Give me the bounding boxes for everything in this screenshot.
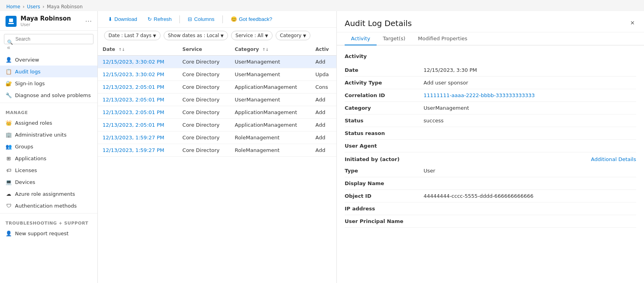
cell-category: UserManagement <box>230 94 311 106</box>
cell-service: Core Directory <box>178 56 230 68</box>
table-row[interactable]: 12/13/2023, 1:59:27 PM Core Directory Ro… <box>98 131 336 144</box>
sidebar-item-assigned-roles[interactable]: 👑 Assigned roles <box>0 117 97 129</box>
detail-value-object-id: 44444444-cccc-5555-dddd-666666666666 <box>424 193 636 199</box>
svg-rect-1 <box>8 23 14 24</box>
detail-row-activity-type: Activity Type Add user sponsor <box>345 77 636 89</box>
detail-row-status-reason: Status reason <box>345 127 636 140</box>
breadcrumb-home[interactable]: Home <box>6 4 20 9</box>
collapse-sidebar-button[interactable]: « <box>4 44 13 51</box>
auth-icon: 🛡 <box>6 202 12 209</box>
sidebar-item-devices[interactable]: 💻 Devices <box>0 176 97 188</box>
detail-row-type: Type User <box>345 165 636 177</box>
breadcrumb-users[interactable]: Users <box>27 4 40 9</box>
filters-bar: Date : Last 7 days ▼ Show dates as : Loc… <box>98 28 336 43</box>
table-row[interactable]: 12/13/2023, 2:05:01 PM Core Directory Ap… <box>98 81 336 94</box>
detail-value-correlation-id[interactable]: 11111111-aaaa-2222-bbbb-333333333333 <box>424 92 636 98</box>
cell-category: UserManagement <box>230 68 311 81</box>
cell-service: Core Directory <box>178 94 230 106</box>
table-row[interactable]: 12/13/2023, 2:05:01 PM Core Directory Ap… <box>98 119 336 131</box>
cell-date: 12/15/2023, 3:30:02 PM <box>98 56 178 68</box>
detail-value-type: User <box>424 168 636 174</box>
col-category[interactable]: Category ↑↓ <box>230 43 311 56</box>
sidebar-item-applications[interactable]: ⊞ Applications <box>0 152 97 164</box>
cell-date: 12/13/2023, 2:05:01 PM <box>98 106 178 119</box>
sidebar-item-auth-methods[interactable]: 🛡 Authentication methods <box>0 200 97 212</box>
tab-targets[interactable]: Target(s) <box>377 32 412 45</box>
cell-date: 12/13/2023, 1:59:27 PM <box>98 144 178 157</box>
azure-icon: ☁ <box>6 191 12 197</box>
cell-date: 12/13/2023, 2:05:01 PM <box>98 94 178 106</box>
group-icon: 👥 <box>6 143 12 150</box>
audit-log-table: Date ↑↓ Service Category ↑↓ Activ 12/15/… <box>98 43 336 283</box>
detail-row-correlation-id: Correlation ID 11111111-aaaa-2222-bbbb-3… <box>345 89 636 102</box>
refresh-button[interactable]: ↻ Refresh <box>144 14 176 24</box>
refresh-icon: ↻ <box>147 16 152 22</box>
detail-value-status: success <box>424 118 636 124</box>
tab-modified-properties[interactable]: Modified Properties <box>412 32 474 45</box>
cell-service: Core Directory <box>178 68 230 81</box>
sidebar: Maya Robinson User ··· 🔍 « 👤 Overview 📋 … <box>0 11 98 283</box>
nav-diagnose[interactable]: 🔧 Diagnose and solve problems <box>0 89 97 101</box>
tab-activity[interactable]: Activity <box>345 32 377 45</box>
initiated-by-label: Initiated by (actor) <box>345 156 399 162</box>
sidebar-item-licenses[interactable]: 🏷 Licenses <box>0 164 97 176</box>
nav-overview[interactable]: 👤 Overview <box>0 54 97 66</box>
show-dates-filter-chip[interactable]: Show dates as : Local ▼ <box>164 31 228 40</box>
download-icon: ⬇ <box>108 16 112 22</box>
more-options-button[interactable]: ··· <box>85 17 92 25</box>
cell-category: UserManagement <box>230 56 311 68</box>
detail-value-category: UserManagement <box>424 105 636 111</box>
cell-date: 12/13/2023, 2:05:01 PM <box>98 119 178 131</box>
sidebar-item-groups[interactable]: 👥 Groups <box>0 141 97 152</box>
cell-service: Core Directory <box>178 106 230 119</box>
cell-category: ApplicationManagement <box>230 106 311 119</box>
sidebar-item-admin-units[interactable]: 🏢 Administrative units <box>0 129 97 141</box>
service-filter-chip[interactable]: Service : All ▼ <box>231 31 273 40</box>
chip-chevron-icon: ▼ <box>153 34 156 38</box>
toolbar-separator-2 <box>222 15 223 23</box>
sidebar-item-new-support[interactable]: 👤 New support request <box>0 227 97 239</box>
table-row[interactable]: 12/13/2023, 2:05:01 PM Core Directory Us… <box>98 94 336 106</box>
cell-activity: Add <box>311 144 336 157</box>
feedback-button[interactable]: 😊 Got feedback? <box>227 14 276 24</box>
cell-activity: Add <box>311 131 336 144</box>
table-row[interactable]: 12/15/2023, 3:30:02 PM Core Directory Us… <box>98 68 336 81</box>
col-date[interactable]: Date ↑↓ <box>98 43 178 56</box>
cell-category: ApplicationManagement <box>230 119 311 131</box>
nav-sign-in-logs[interactable]: 🔐 Sign-in logs <box>0 77 97 89</box>
cell-activity: Add <box>311 119 336 131</box>
cell-service: Core Directory <box>178 144 230 157</box>
detail-panel: Audit Log Details × Activity Target(s) M… <box>336 11 644 283</box>
toolbar-separator <box>179 15 180 23</box>
additional-details-link[interactable]: Additional Details <box>591 156 636 162</box>
sidebar-header: Maya Robinson User ··· <box>0 11 97 31</box>
detail-value-date: 12/15/2023, 3:30 PM <box>424 67 636 73</box>
columns-button[interactable]: ⊟ Columns <box>184 14 218 24</box>
detail-row-object-id: Object ID 44444444-cccc-5555-dddd-666666… <box>345 190 636 202</box>
user-page-icon <box>6 16 17 27</box>
detail-row-status: Status success <box>345 114 636 127</box>
nav-audit-logs[interactable]: 📋 Audit logs <box>0 66 97 77</box>
search-input[interactable] <box>4 34 93 44</box>
col-activity[interactable]: Activ <box>311 43 336 56</box>
download-button[interactable]: ⬇ Download <box>104 14 141 24</box>
table-row[interactable]: 12/13/2023, 1:59:27 PM Core Directory Ro… <box>98 144 336 157</box>
support-section-label: Troubleshooting + Support <box>0 217 97 227</box>
close-detail-button[interactable]: × <box>629 17 636 29</box>
detail-tabs: Activity Target(s) Modified Properties <box>337 32 644 45</box>
col-service[interactable]: Service <box>178 43 230 56</box>
search-icon: 🔍 <box>7 39 13 45</box>
cell-activity: Cons <box>311 81 336 94</box>
category-filter-chip[interactable]: Category ▼ <box>276 31 311 40</box>
table-row[interactable]: 12/13/2023, 2:05:01 PM Core Directory Ap… <box>98 106 336 119</box>
sidebar-item-azure-roles[interactable]: ☁ Azure role assignments <box>0 188 97 200</box>
table-row[interactable]: 12/15/2023, 3:30:02 PM Core Directory Us… <box>98 56 336 68</box>
page-subtitle: User <box>21 22 71 27</box>
detail-title: Audit Log Details <box>345 19 412 28</box>
sort-date-icon: ↑↓ <box>118 47 125 52</box>
initiated-by-section: Initiated by (actor) Additional Details <box>345 152 636 165</box>
date-filter-chip[interactable]: Date : Last 7 days ▼ <box>104 31 161 40</box>
cell-activity: Add <box>311 94 336 106</box>
cell-category: RoleManagement <box>230 131 311 144</box>
detail-row-user-agent: User Agent <box>345 140 636 152</box>
